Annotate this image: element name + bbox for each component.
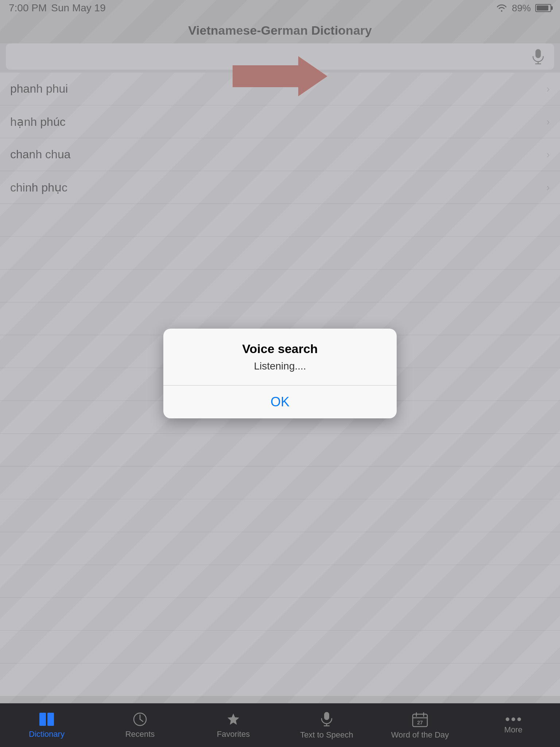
svg-text:27: 27 (417, 720, 423, 725)
svg-marker-9 (228, 713, 239, 725)
dialog-subtitle: Listening.... (178, 360, 382, 372)
book-icon (39, 712, 55, 727)
tab-recents[interactable]: Recents (93, 712, 187, 739)
svg-point-20 (517, 717, 521, 721)
tab-dictionary[interactable]: Dictionary (0, 712, 93, 739)
svg-rect-5 (47, 713, 54, 726)
more-dots-icon (505, 716, 521, 722)
star-icon (226, 712, 241, 727)
tab-favorites-label: Favorites (217, 729, 250, 739)
tab-favorites[interactable]: Favorites (187, 712, 280, 739)
svg-rect-4 (39, 713, 46, 726)
tab-wotd-label: Word of the Day (391, 730, 449, 740)
voice-search-dialog: Voice search Listening.... OK (163, 329, 397, 418)
tab-text-to-speech[interactable]: Text to Speech (280, 711, 373, 740)
tab-more[interactable]: More (467, 716, 560, 735)
dialog-ok-button[interactable]: OK (163, 386, 397, 418)
dialog-content: Voice search Listening.... (163, 329, 397, 372)
calendar-icon: 27 (412, 711, 428, 727)
tab-recents-label: Recents (125, 729, 155, 739)
tab-more-label: More (504, 725, 522, 735)
svg-point-18 (506, 717, 509, 721)
clock-icon (133, 712, 147, 727)
svg-rect-10 (324, 712, 329, 720)
svg-line-8 (140, 719, 143, 721)
tab-dictionary-label: Dictionary (29, 729, 65, 739)
tab-bar: Dictionary Recents Favorites Text to Spe… (0, 703, 560, 747)
dialog-title: Voice search (178, 342, 382, 356)
dialog-ok-label: OK (271, 394, 289, 410)
svg-point-19 (512, 717, 515, 721)
tts-mic-icon (320, 711, 333, 727)
tab-word-of-day[interactable]: 27 Word of the Day (373, 711, 467, 740)
tab-tts-label: Text to Speech (300, 730, 353, 740)
